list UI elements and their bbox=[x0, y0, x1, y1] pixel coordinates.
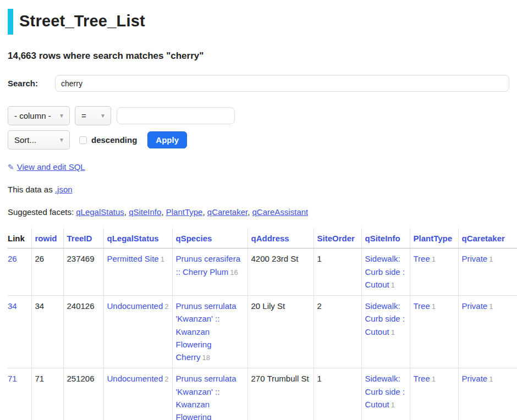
facet-link[interactable]: PlantType bbox=[166, 207, 203, 217]
cell-value: 237469 bbox=[67, 254, 95, 263]
column-header-rowid[interactable]: rowid bbox=[31, 228, 63, 248]
cell-link[interactable]: 71 bbox=[8, 374, 17, 383]
cell-link[interactable]: Permitted Site bbox=[107, 254, 159, 263]
column-header-link[interactable]: qLegalStatus bbox=[107, 234, 159, 243]
table-cell: Private1 bbox=[458, 296, 517, 368]
facet-link[interactable]: qCaretaker bbox=[207, 207, 248, 217]
table-cell: Prunus serrulata 'Kwanzan' :: Kwanzan Fl… bbox=[172, 368, 248, 420]
table-cell: 34 bbox=[8, 296, 31, 368]
cell-link[interactable]: 26 bbox=[8, 254, 17, 263]
cell-link[interactable]: Tree bbox=[414, 301, 430, 311]
table-row: 7171251206Undocumented2Prunus serrulata … bbox=[8, 368, 517, 420]
table-cell: 71 bbox=[31, 368, 63, 420]
operator-select-value: = bbox=[81, 111, 86, 120]
filter-value-input[interactable] bbox=[117, 107, 235, 124]
table-row: 3434240126Undocumented2Prunus serrulata … bbox=[8, 296, 517, 368]
cell-link[interactable]: Private bbox=[462, 254, 488, 263]
table-cell: 251206 bbox=[63, 368, 103, 420]
page-title: Street_Tree_List bbox=[8, 9, 145, 35]
column-header-PlantType[interactable]: PlantType bbox=[410, 228, 458, 248]
descending-checkbox[interactable] bbox=[79, 136, 87, 144]
table-cell: 71 bbox=[8, 368, 31, 420]
table-cell: 2 bbox=[314, 296, 361, 368]
filter-row: - column - ▼ = ▼ bbox=[8, 106, 509, 125]
table-cell: 1 bbox=[314, 248, 361, 296]
column-header-link[interactable]: SiteOrder bbox=[317, 234, 355, 243]
table-cell: 26 bbox=[31, 248, 63, 296]
cell-link[interactable]: Prunus serrulata 'Kwanzan' :: Kwanzan Fl… bbox=[176, 374, 237, 420]
column-header-qSpecies[interactable]: qSpecies bbox=[172, 228, 248, 248]
facet-count: 2 bbox=[164, 375, 168, 383]
facet-count: 1 bbox=[489, 255, 493, 263]
cell-link[interactable]: Prunus serrulata 'Kwanzan' :: Kwanzan Fl… bbox=[176, 301, 237, 362]
facet-count: 1 bbox=[432, 302, 436, 311]
suggested-facets-links: qLegalStatus, qSiteInfo, PlantType, qCar… bbox=[76, 207, 308, 217]
table-cell: 34 bbox=[31, 296, 63, 368]
cell-link[interactable]: Sidewalk: Curb side : Cutout bbox=[365, 254, 405, 289]
view-edit-sql-link[interactable]: View and edit SQL bbox=[17, 162, 85, 172]
column-header-qCaretaker[interactable]: qCaretaker bbox=[458, 228, 517, 248]
facet-link[interactable]: qCareAssistant bbox=[252, 207, 309, 217]
table-cell: Prunus cerasifera :: Cherry Plum16 bbox=[172, 248, 248, 296]
column-header-SiteOrder[interactable]: SiteOrder bbox=[314, 228, 361, 248]
column-header-link[interactable]: PlantType bbox=[414, 234, 453, 243]
table-cell: Tree1 bbox=[410, 248, 458, 296]
facet-count: 16 bbox=[230, 268, 238, 277]
column-header-link[interactable]: qSpecies bbox=[176, 234, 212, 243]
cell-value: 20 Lily St bbox=[251, 301, 285, 311]
cell-value: 240126 bbox=[67, 301, 95, 311]
cell-link[interactable]: Undocumented bbox=[107, 374, 163, 383]
descending-label: descending bbox=[91, 135, 137, 145]
facet-count: 1 bbox=[161, 255, 164, 263]
cell-value: 34 bbox=[35, 301, 45, 311]
facet-count: 2 bbox=[164, 302, 168, 311]
operator-select[interactable]: = ▼ bbox=[75, 106, 111, 125]
cell-link[interactable]: Sidewalk: Curb side : Cutout bbox=[365, 301, 405, 336]
suggested-facets-label: Suggested facets: bbox=[8, 207, 76, 217]
column-select[interactable]: - column - ▼ bbox=[8, 106, 70, 125]
facet-count: 1 bbox=[391, 281, 395, 289]
cell-link[interactable]: Private bbox=[462, 374, 488, 383]
table-cell: Private1 bbox=[458, 248, 517, 296]
table-cell: 240126 bbox=[63, 296, 103, 368]
facet-count: 1 bbox=[391, 328, 395, 336]
column-header-qAddress[interactable]: qAddress bbox=[248, 228, 314, 248]
cell-link[interactable]: 34 bbox=[8, 301, 17, 311]
cell-link[interactable]: Private bbox=[462, 301, 488, 311]
column-header-link[interactable]: qSiteInfo bbox=[365, 234, 400, 243]
search-input[interactable] bbox=[55, 75, 509, 92]
sort-select-value: Sort... bbox=[14, 135, 36, 145]
cell-value: 1 bbox=[317, 374, 322, 383]
column-header-TreeID[interactable]: TreeID bbox=[63, 228, 103, 248]
column-header-qLegalStatus[interactable]: qLegalStatus bbox=[103, 228, 172, 248]
sort-select[interactable]: Sort... ▼ bbox=[8, 130, 70, 150]
data-as-links: .json bbox=[55, 185, 73, 194]
cell-value: 1 bbox=[317, 254, 322, 263]
table-cell: Undocumented2 bbox=[103, 368, 172, 420]
chevron-down-icon: ▼ bbox=[100, 113, 106, 119]
facet-link[interactable]: qSiteInfo bbox=[129, 207, 161, 217]
table-cell: Tree1 bbox=[410, 296, 458, 368]
column-header-link[interactable]: TreeID bbox=[67, 234, 92, 243]
cell-link[interactable]: Tree bbox=[414, 374, 430, 383]
data-as-link[interactable]: .json bbox=[55, 185, 73, 194]
column-header-link[interactable]: qAddress bbox=[251, 234, 289, 243]
row-count-summary: 14,663 rows where search matches "cherry… bbox=[8, 51, 509, 62]
cell-value: 4200 23rd St bbox=[251, 254, 299, 263]
table-cell: 4200 23rd St bbox=[248, 248, 314, 296]
column-header-link[interactable]: rowid bbox=[35, 234, 57, 243]
cell-link[interactable]: Undocumented bbox=[107, 301, 163, 311]
search-label: Search: bbox=[8, 79, 55, 88]
cell-value: 71 bbox=[35, 374, 45, 383]
column-header-link[interactable]: qCaretaker bbox=[462, 234, 505, 243]
column-header-qSiteInfo[interactable]: qSiteInfo bbox=[361, 228, 410, 248]
facet-link[interactable]: qLegalStatus bbox=[76, 207, 124, 217]
table-cell: 20 Lily St bbox=[248, 296, 314, 368]
cell-link[interactable]: Sidewalk: Curb side : Cutout bbox=[365, 374, 405, 409]
apply-button[interactable]: Apply bbox=[147, 131, 187, 148]
cell-link[interactable]: Tree bbox=[414, 254, 430, 263]
table-cell: Prunus serrulata 'Kwanzan' :: Kwanzan Fl… bbox=[172, 296, 248, 368]
table-header-row: LinkrowidTreeIDqLegalStatusqSpeciesqAddr… bbox=[8, 228, 517, 248]
table-cell: Private1 bbox=[458, 368, 517, 420]
table-cell: Undocumented2 bbox=[103, 296, 172, 368]
